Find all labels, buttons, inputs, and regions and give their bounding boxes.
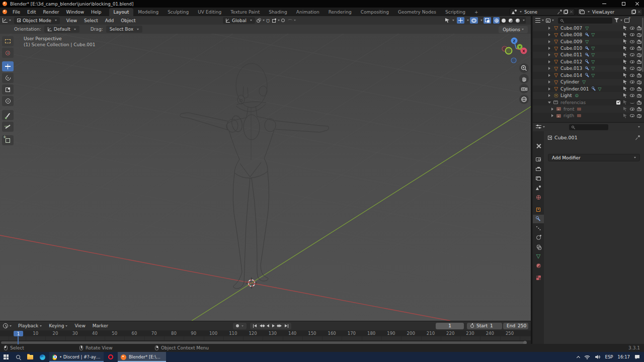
maximize-button[interactable] [616,0,631,8]
disclosure-triangle-icon[interactable] [548,74,550,77]
selectable-icon[interactable] [623,114,627,118]
disclosure-triangle-icon[interactable] [548,27,550,30]
timeline-ruler[interactable]: 1020304050607080901001101201301401501601… [0,330,531,336]
visibility-eye-icon[interactable] [630,74,634,77]
clock[interactable]: 16:17 [618,354,630,359]
render-visibility-icon[interactable] [637,54,641,57]
render-visibility-icon[interactable] [637,81,641,84]
visibility-eye-icon[interactable] [630,114,634,117]
disclosure-triangle-icon[interactable] [548,94,550,97]
disclosure-triangle-icon[interactable] [548,102,551,104]
unlink-icon[interactable] [570,10,573,14]
drag-dropdown[interactable]: Select Box [106,26,142,33]
selectable-icon[interactable] [623,80,627,84]
viewport-canvas[interactable]: User Perspective (1) Scene Collection | … [0,34,531,321]
workspace-tab[interactable]: Shading [264,8,292,16]
visibility-eye-icon[interactable] [630,60,634,63]
select-box-tool[interactable] [2,36,14,46]
properties-options-icon[interactable] [638,126,640,128]
outliner-row[interactable]: Cube.012 [533,58,644,65]
snap-toggle[interactable]: Ω [266,18,270,23]
disclosure-triangle-icon[interactable] [548,87,550,90]
zoom-view-button[interactable] [519,63,529,73]
outliner-row[interactable]: Cube.007 [533,25,644,31]
tab-particles[interactable] [533,224,544,233]
outliner-item-label[interactable]: rigth [564,113,574,118]
visibility-eye-icon[interactable] [630,27,634,30]
workspace-tab[interactable]: Sculpting [163,8,193,16]
outliner-item-label[interactable]: Cube.011 [560,52,582,57]
play-button[interactable] [272,324,275,327]
tab-physics[interactable] [533,233,544,242]
render-visibility-icon[interactable] [637,95,641,98]
tab-object-data[interactable] [533,252,544,260]
pivot-dropdown[interactable] [257,18,265,23]
viewport-menu-item[interactable]: Add [102,17,117,24]
outliner-row[interactable]: rigth [533,113,644,119]
tab-texture[interactable] [533,274,544,282]
menu-item[interactable]: Window [63,9,88,16]
add-cube-tool[interactable] [2,135,14,145]
xray-toggle[interactable] [484,17,491,24]
outliner-row[interactable]: Cube.010 [533,45,644,51]
tab-output[interactable] [533,164,544,173]
outliner-item-label[interactable]: referencias [560,100,586,105]
outliner-row[interactable]: Cylinder [533,79,644,85]
render-visibility-icon[interactable] [637,27,641,30]
add-modifier-button[interactable]: Add Modifier [548,154,640,161]
selectable-icon[interactable] [623,107,627,111]
outliner-row[interactable]: referencias [533,99,644,106]
perspective-toggle-button[interactable] [519,95,529,104]
timeline-channels[interactable] [0,336,531,340]
properties-editor-button[interactable] [536,125,545,129]
next-keyframe-button[interactable] [277,324,282,327]
transform-tool[interactable] [2,96,14,106]
object-visibility-dropdown[interactable] [444,17,456,24]
outliner-item-label[interactable]: Cube.007 [560,26,582,31]
render-visibility-icon[interactable] [637,67,641,70]
orientation-dropdown[interactable]: Global [223,17,255,24]
outliner-item-label[interactable]: Light [560,93,572,98]
view-layer-name[interactable]: ViewLayer [591,10,630,15]
move-tool[interactable] [2,61,14,71]
tab-view-layer[interactable] [533,174,544,183]
tab-tool[interactable] [533,142,544,150]
scale-tool[interactable] [2,84,14,95]
visibility-eye-icon[interactable] [630,67,634,70]
outliner-editor-button[interactable] [535,18,544,23]
selectable-icon[interactable] [623,94,627,98]
workspace-tab[interactable]: + [470,8,483,16]
snap-target-dropdown[interactable] [271,19,280,23]
outliner-item-label[interactable]: Cylinder.001 [560,86,589,92]
timeline-editor-button[interactable] [0,323,12,328]
blender-menu-icon[interactable] [3,10,7,14]
tray-expand-icon[interactable] [577,355,580,359]
outliner-item-label[interactable]: Cylinder [560,79,579,84]
selectable-icon[interactable] [623,39,627,44]
close-button[interactable] [630,0,644,8]
selectable-icon[interactable] [623,59,627,64]
workspace-tab[interactable]: Modeling [133,8,163,16]
menu-item[interactable]: File [9,9,24,16]
mode-dropdown[interactable]: Object Mode [14,17,60,24]
playhead-line[interactable] [18,336,19,344]
solid-shading-button[interactable] [500,17,507,24]
rendered-shading-button[interactable] [514,17,521,24]
view-layer-selector[interactable]: ViewLayer [577,9,643,16]
pan-view-button[interactable] [519,74,529,83]
chrome-window-button[interactable]: • Discord | #?-ayuda-... [49,352,104,362]
tab-scene[interactable] [533,184,544,192]
disclosure-triangle-icon[interactable] [548,67,550,70]
render-visibility-icon[interactable] [637,74,641,77]
timeline-menu-item[interactable]: View [71,322,89,329]
disclosure-triangle-icon[interactable] [548,47,550,50]
render-visibility-icon[interactable] [637,108,641,111]
render-visibility-icon[interactable] [637,115,641,118]
frame-start-field[interactable]: Start1 [467,323,502,329]
visibility-eye-icon[interactable] [630,94,634,97]
workspace-tab[interactable]: Rendering [324,8,356,16]
new-view-layer-icon[interactable] [631,10,636,14]
render-visibility-icon[interactable] [637,47,641,50]
tab-modifiers[interactable] [533,215,544,223]
timeline-menu-item[interactable]: Playback [15,322,45,329]
